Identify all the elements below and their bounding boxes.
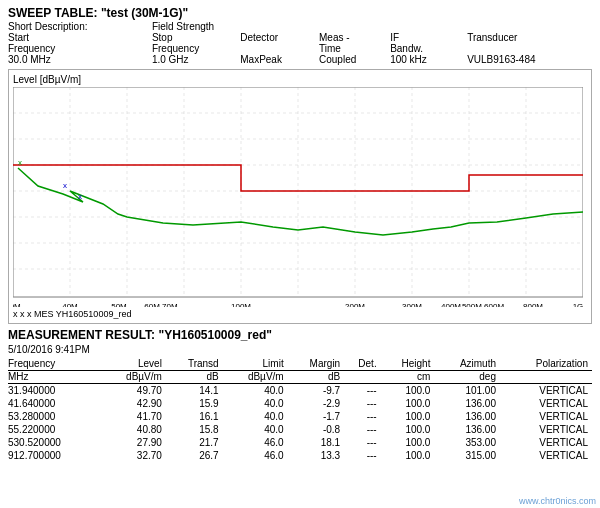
svg-text:x: x	[78, 192, 82, 201]
chart-legend: x x x MES YH160510009_red	[13, 309, 587, 319]
header-col	[460, 32, 467, 43]
header-col3: MaxPeak	[240, 54, 319, 65]
chart-y-label: Level [dBµV/m]	[13, 74, 587, 85]
header-col3	[460, 54, 467, 65]
result-col-unit: dBµV/m	[223, 371, 288, 384]
table-cell: 13.3	[288, 449, 345, 462]
result-col-unit: deg	[434, 371, 500, 384]
result-table: FrequencyLevelTransdLimitMarginDet.Heigh…	[8, 358, 592, 462]
table-cell: 912.700000	[8, 449, 101, 462]
result-col-header: Transd	[166, 358, 223, 371]
header-col: IF	[390, 32, 460, 43]
svg-text:x: x	[18, 158, 22, 167]
header-col2: Frequency	[152, 43, 240, 54]
result-col-unit: cm	[381, 371, 435, 384]
svg-text:1G: 1G	[573, 302, 583, 307]
table-cell: -9.7	[288, 384, 345, 398]
table-cell: 100.0	[381, 449, 435, 462]
sweep-header: SWEEP TABLE: "test (30M-1G)" Short Descr…	[8, 6, 592, 65]
header-col2: Bandw.	[390, 43, 460, 54]
result-col-header: Det.	[344, 358, 381, 371]
table-cell: 136.00	[434, 410, 500, 423]
table-row: 53.28000041.7016.140.0-1.7---100.0136.00…	[8, 410, 592, 423]
table-cell: 100.0	[381, 384, 435, 398]
table-cell: ---	[344, 410, 381, 423]
result-col-unit: dBµV/m	[101, 371, 166, 384]
chart-container: Level [dBµV/m]	[8, 69, 592, 324]
result-col-unit: MHz	[8, 371, 101, 384]
svg-text:100M: 100M	[231, 302, 251, 307]
header-col2: Frequency	[8, 43, 152, 54]
result-col-unit	[500, 371, 592, 384]
table-cell: 32.70	[101, 449, 166, 462]
short-desc-value: Field Strength	[152, 21, 592, 32]
header-col2	[460, 43, 467, 54]
svg-text:300M: 300M	[402, 302, 422, 307]
result-col-header: Frequency	[8, 358, 101, 371]
header-col: Transducer	[467, 32, 592, 43]
table-row: 31.94000049.7014.140.0-9.7---100.0101.00…	[8, 384, 592, 398]
sweep-title: SWEEP TABLE: "test (30M-1G)"	[8, 6, 592, 20]
table-row: 530.52000027.9021.746.018.1---100.0353.0…	[8, 436, 592, 449]
table-cell: ---	[344, 449, 381, 462]
table-cell: 40.0	[223, 423, 288, 436]
table-cell: VERTICAL	[500, 397, 592, 410]
table-row: 41.64000042.9015.940.0-2.9---100.0136.00…	[8, 397, 592, 410]
table-cell: VERTICAL	[500, 423, 592, 436]
table-cell: 100.0	[381, 436, 435, 449]
chart-svg: 80 70 60 50 40 30 20 10 x x x	[13, 87, 583, 307]
result-col-unit: dB	[166, 371, 223, 384]
table-cell: 136.00	[434, 397, 500, 410]
result-header-row2: MHzdBµV/mdBdBµV/mdBcmdeg	[8, 371, 592, 384]
table-cell: VERTICAL	[500, 384, 592, 398]
table-cell: 49.70	[101, 384, 166, 398]
header-col2	[467, 43, 592, 54]
result-col-header: Polarization	[500, 358, 592, 371]
header-col3: VULB9163-484	[467, 54, 592, 65]
header-col: Detector	[240, 32, 319, 43]
table-cell: 31.940000	[8, 384, 101, 398]
table-cell: 21.7	[166, 436, 223, 449]
table-cell: 46.0	[223, 449, 288, 462]
svg-text:500M 600M: 500M 600M	[462, 302, 505, 307]
header-col3: 1.0 GHz	[152, 54, 240, 65]
svg-text:x: x	[63, 181, 67, 190]
short-desc-label: Short Description:	[8, 21, 152, 32]
table-cell: 46.0	[223, 436, 288, 449]
table-cell: VERTICAL	[500, 449, 592, 462]
table-row: 55.22000040.8015.840.0-0.8---100.0136.00…	[8, 423, 592, 436]
page-container: SWEEP TABLE: "test (30M-1G)" Short Descr…	[0, 0, 600, 508]
table-cell: 16.1	[166, 410, 223, 423]
header-col3: 100 kHz	[390, 54, 460, 65]
svg-text:60M 70M: 60M 70M	[144, 302, 178, 307]
table-cell: ---	[344, 384, 381, 398]
result-col-header: Level	[101, 358, 166, 371]
table-cell: 42.90	[101, 397, 166, 410]
table-cell: -0.8	[288, 423, 345, 436]
table-cell: ---	[344, 436, 381, 449]
svg-text:40M: 40M	[62, 302, 78, 307]
table-cell: 27.90	[101, 436, 166, 449]
table-cell: -1.7	[288, 410, 345, 423]
meas-datetime: 5/10/2016 9:41PM	[8, 344, 592, 355]
svg-text:400M: 400M	[441, 302, 461, 307]
result-col-header: Height	[381, 358, 435, 371]
chart-svg-wrapper: 80 70 60 50 40 30 20 10 x x x	[13, 87, 587, 307]
table-row: 912.70000032.7026.746.013.3---100.0315.0…	[8, 449, 592, 462]
header-col3: Coupled	[319, 54, 390, 65]
table-cell: 353.00	[434, 436, 500, 449]
watermark: www.chtr0nics.com	[519, 496, 596, 506]
header-col: Start	[8, 32, 152, 43]
table-cell: 40.0	[223, 397, 288, 410]
table-cell: 53.280000	[8, 410, 101, 423]
table-cell: -2.9	[288, 397, 345, 410]
svg-text:30M: 30M	[13, 302, 21, 307]
result-col-unit: dB	[288, 371, 345, 384]
svg-text:800M: 800M	[523, 302, 543, 307]
result-col-unit	[344, 371, 381, 384]
table-cell: 40.0	[223, 384, 288, 398]
table-cell: ---	[344, 397, 381, 410]
meas-result-title: MEASUREMENT RESULT: "YH160510009_red"	[8, 328, 592, 342]
header-table: Short Description: Field Strength StartS…	[8, 21, 592, 65]
table-cell: 18.1	[288, 436, 345, 449]
